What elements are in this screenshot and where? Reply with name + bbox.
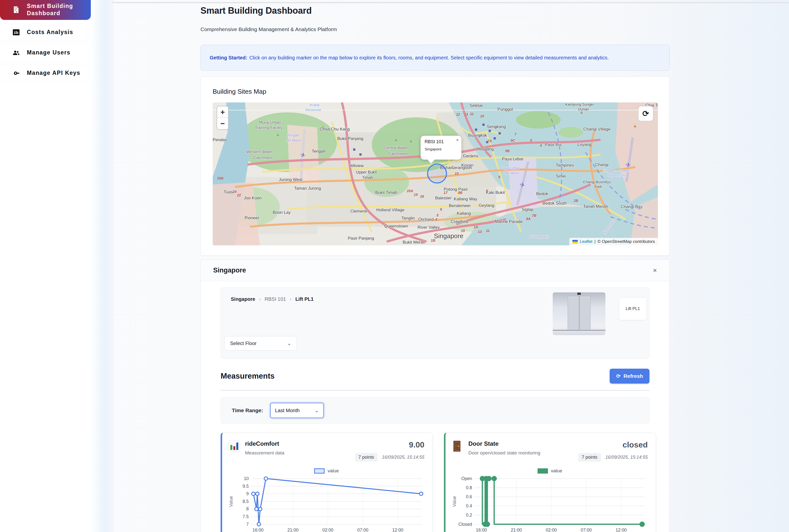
svg-text:8: 8 bbox=[246, 507, 249, 511]
smart-building-dashboard-page: Smart Building Dashboard Costs Analysis … bbox=[0, 0, 789, 532]
card-title: rideComfort bbox=[245, 440, 284, 447]
section-divider bbox=[221, 390, 649, 391]
map-card-title: Building Sites Map bbox=[213, 88, 657, 95]
lift-photo bbox=[553, 292, 605, 335]
svg-text:02:00: 02:00 bbox=[546, 528, 557, 532]
floor-select[interactable]: Select Floor ⌄ bbox=[224, 336, 297, 350]
card-timestamp: 16/09/2025, 15:14:55 bbox=[382, 455, 424, 460]
svg-text:7.5: 7.5 bbox=[242, 514, 249, 519]
svg-text:0.8: 0.8 bbox=[466, 485, 472, 490]
sidebar-item-dashboard[interactable]: Smart Building Dashboard bbox=[0, 0, 91, 20]
lift-doors-graphic bbox=[568, 296, 590, 330]
tile-seam bbox=[213, 110, 658, 110]
popup-tail bbox=[427, 159, 435, 168]
door-state-step-chart[interactable]: Open0.80.60.40.2Closed16:0021:0002:0007:… bbox=[452, 475, 648, 532]
time-range-select[interactable]: Last Month ⌄ bbox=[270, 403, 324, 418]
leaflet-map[interactable]: ▲▲▲ ▲▲▲▲ ✈ ✈ ✈ SeletarPunggolKampung Sun… bbox=[213, 102, 658, 245]
getting-started-banner: Getting Started:Click on any building ma… bbox=[201, 45, 669, 71]
chevron-down-icon: ⌄ bbox=[315, 407, 319, 413]
leaflet-link[interactable]: Leaflet bbox=[580, 239, 592, 244]
refresh-button[interactable]: ⟳ Refresh bbox=[610, 369, 649, 384]
key-icon bbox=[12, 69, 20, 77]
points-badge: 7 points bbox=[355, 453, 378, 462]
sidebar-gutter bbox=[91, 0, 114, 532]
site-panel-close-icon[interactable]: × bbox=[653, 267, 657, 274]
page-subtitle: Comprehensive Building Management & Anal… bbox=[201, 26, 669, 32]
svg-text:02:00: 02:00 bbox=[323, 528, 333, 532]
card-timestamp: 16/09/2025, 15:14:55 bbox=[605, 455, 648, 460]
time-range-value: Last Month bbox=[275, 408, 300, 413]
measurements-header: Measurements ⟳ Refresh bbox=[221, 369, 649, 384]
card-title: Door State bbox=[469, 440, 540, 447]
svg-text:Value: Value bbox=[452, 496, 457, 507]
legend-swatch bbox=[537, 468, 548, 474]
ukraine-flag-icon bbox=[572, 240, 578, 244]
card-current-value: closed bbox=[578, 440, 648, 450]
svg-text:Value: Value bbox=[228, 496, 234, 507]
sidebar-item-users[interactable]: Manage Users bbox=[0, 44, 88, 62]
svg-text:0.4: 0.4 bbox=[466, 504, 472, 508]
chevron-down-icon: ⌄ bbox=[287, 340, 291, 346]
card-header: Door State Door open/closed state monito… bbox=[452, 440, 648, 462]
svg-text:07:00: 07:00 bbox=[357, 528, 369, 532]
chart-legend: value bbox=[228, 468, 424, 474]
door-icon bbox=[452, 440, 463, 452]
legend-label: value bbox=[551, 468, 562, 474]
legend-label: value bbox=[328, 468, 339, 474]
page-title: Smart Building Dashboard bbox=[201, 5, 669, 16]
measurement-cards: rideComfort Measurement data 9.00 7 poin… bbox=[221, 433, 649, 532]
location-card: Singapore › RBSI 101 › Lift PL1 Lift PL1 bbox=[221, 287, 649, 359]
breadcrumb: Singapore › RBSI 101 › Lift PL1 bbox=[231, 296, 314, 302]
svg-text:0.2: 0.2 bbox=[466, 513, 472, 518]
equipment-thumb-label: Lift PL1 bbox=[626, 306, 640, 311]
refresh-button-label: Refresh bbox=[624, 373, 643, 379]
site-panel: Singapore × Singapore › RBSI 101 › Lift … bbox=[201, 260, 669, 532]
breadcrumb-separator: › bbox=[259, 297, 261, 302]
svg-text:07:00: 07:00 bbox=[581, 528, 592, 532]
lift-display-graphic bbox=[577, 292, 581, 295]
popup-close-icon[interactable]: × bbox=[456, 137, 459, 143]
sidebar-item-costs[interactable]: Costs Analysis bbox=[0, 23, 88, 41]
popup-title: RBSI 101 bbox=[425, 139, 457, 145]
svg-text:▲: ▲ bbox=[409, 139, 413, 143]
svg-text:7: 7 bbox=[246, 522, 249, 527]
map-refresh-button[interactable]: ⟳ bbox=[638, 106, 654, 121]
site-panel-body: Singapore › RBSI 101 › Lift PL1 Lift PL1 bbox=[201, 281, 669, 532]
refresh-icon: ⟳ bbox=[642, 109, 649, 118]
ridecomfort-line-chart[interactable]: 109.598.587.5716:0021:0002:0007:0012:00T… bbox=[228, 475, 425, 532]
zoom-in-button[interactable]: + bbox=[217, 107, 228, 118]
time-range-label: Time Range: bbox=[232, 407, 263, 413]
svg-text:▲: ▲ bbox=[394, 137, 398, 142]
breadcrumb-site[interactable]: Singapore bbox=[231, 296, 255, 302]
main-content: Smart Building Dashboard Comprehensive B… bbox=[201, 0, 669, 532]
svg-text:▲: ▲ bbox=[321, 125, 325, 130]
sidebar-item-api-keys[interactable]: Manage API Keys bbox=[0, 64, 88, 82]
legend-swatch bbox=[314, 468, 325, 474]
svg-text:21:00: 21:00 bbox=[288, 528, 299, 532]
bar-chart-icon bbox=[228, 440, 240, 452]
map-attribution: Leaflet | © OpenStreetMap contributors bbox=[569, 238, 658, 245]
time-range-panel: Time Range: Last Month ⌄ bbox=[221, 397, 649, 424]
svg-text:21:00: 21:00 bbox=[511, 528, 522, 532]
measurement-card-ridecomfort: rideComfort Measurement data 9.00 7 poin… bbox=[221, 433, 433, 532]
svg-text:9.5: 9.5 bbox=[242, 484, 249, 489]
measurements-title: Measurements bbox=[221, 372, 275, 381]
measurement-card-door-state: Door State Door open/closed state monito… bbox=[444, 433, 656, 532]
svg-text:10: 10 bbox=[244, 476, 249, 481]
sidebar: Smart Building Dashboard Costs Analysis … bbox=[0, 0, 91, 532]
zoom-out-button[interactable]: − bbox=[217, 118, 228, 129]
lift-floor-graphic bbox=[553, 330, 605, 331]
card-header: rideComfort Measurement data 9.00 7 poin… bbox=[228, 440, 424, 462]
svg-text:9: 9 bbox=[246, 491, 249, 496]
site-panel-header: Singapore × bbox=[201, 260, 669, 281]
breadcrumb-equipment[interactable]: Lift PL1 bbox=[295, 296, 313, 302]
svg-text:12:00: 12:00 bbox=[616, 528, 627, 532]
site-panel-title: Singapore bbox=[213, 266, 246, 274]
sidebar-item-label: Manage API Keys bbox=[27, 69, 80, 77]
svg-text:0.6: 0.6 bbox=[466, 494, 472, 499]
breadcrumb-building[interactable]: RBSI 101 bbox=[265, 296, 286, 302]
svg-text:Open: Open bbox=[461, 476, 472, 481]
equipment-thumb-button[interactable]: Lift PL1 bbox=[619, 297, 647, 320]
attribution-text: © OpenStreetMap contributors bbox=[598, 239, 655, 244]
card-current-value: 9.00 bbox=[355, 440, 424, 450]
